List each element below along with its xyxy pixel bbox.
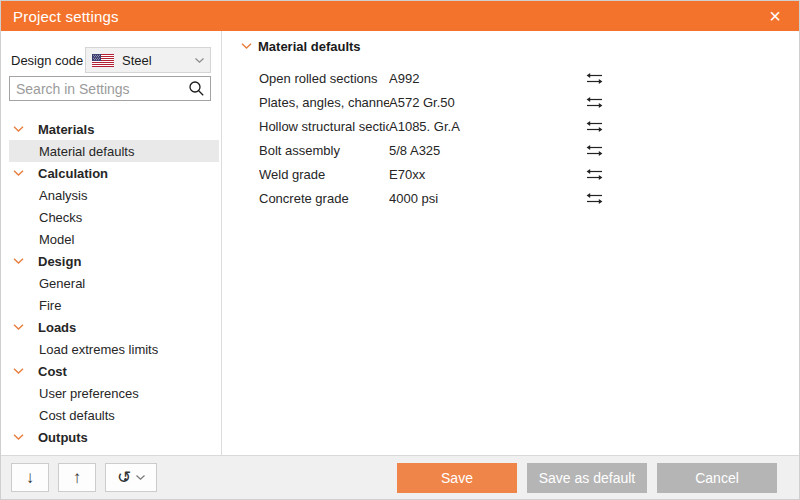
settings-tree: Materials Material defaults Calculation … <box>1 118 221 448</box>
property-row-weld-grade: Weld grade E70xx <box>222 162 799 186</box>
reset-icon: ↺ <box>117 469 131 486</box>
design-code-dropdown[interactable]: Steel <box>85 47 211 73</box>
chevron-down-icon <box>13 324 24 330</box>
footer: ↓ ↑ ↺ Save Save as default Cancel <box>1 455 799 499</box>
swap-icon[interactable] <box>586 71 604 85</box>
save-button[interactable]: Save <box>397 463 517 493</box>
chevron-down-icon <box>13 170 24 176</box>
move-up-button[interactable]: ↑ <box>58 463 96 492</box>
move-down-button[interactable]: ↓ <box>11 463 49 492</box>
property-value[interactable]: A1085. Gr.A <box>389 119 586 134</box>
property-value[interactable]: A992 <box>389 71 586 86</box>
us-flag-icon <box>92 54 114 67</box>
up-arrow-icon: ↑ <box>73 468 82 488</box>
sidebar-group-outputs[interactable]: Outputs <box>9 426 219 448</box>
property-row-concrete-grade: Concrete grade 4000 psi <box>222 186 799 210</box>
property-value[interactable]: E70xx <box>389 167 586 182</box>
chevron-down-icon <box>13 434 24 440</box>
property-row-hollow-structural-sections: Hollow structural sections A1085. Gr.A <box>222 114 799 138</box>
sidebar-item-checks[interactable]: Checks <box>9 206 219 228</box>
cancel-button[interactable]: Cancel <box>657 463 777 493</box>
search-icon <box>188 80 205 97</box>
property-row-bolt-assembly: Bolt assembly 5/8 A325 <box>222 138 799 162</box>
action-buttons: Save Save as default Cancel <box>397 463 777 493</box>
chevron-down-icon <box>13 368 24 374</box>
sidebar: Design code <box>1 31 222 455</box>
sidebar-item-user-preferences[interactable]: User preferences <box>9 382 219 404</box>
dialog-body: Design code <box>1 31 799 455</box>
section-header-material-defaults[interactable]: Material defaults <box>222 35 799 57</box>
chevron-down-icon <box>13 258 24 264</box>
main-panel: Material defaults Open rolled sections A… <box>222 31 799 455</box>
titlebar: Project settings × <box>1 1 799 31</box>
reset-defaults-button[interactable]: ↺ <box>105 463 157 492</box>
swap-icon[interactable] <box>586 191 604 205</box>
down-arrow-icon: ↓ <box>26 468 35 488</box>
property-value[interactable]: 5/8 A325 <box>389 143 586 158</box>
close-icon[interactable]: × <box>763 6 787 26</box>
sidebar-item-load-extremes-limits[interactable]: Load extremes limits <box>9 338 219 360</box>
sidebar-item-material-defaults[interactable]: Material defaults <box>9 140 219 162</box>
sidebar-item-cost-defaults[interactable]: Cost defaults <box>9 404 219 426</box>
swap-icon[interactable] <box>586 167 604 181</box>
search-input[interactable] <box>9 76 211 101</box>
sidebar-item-model[interactable]: Model <box>9 228 219 250</box>
save-as-default-button[interactable]: Save as default <box>527 463 647 493</box>
sidebar-item-general[interactable]: General <box>9 272 219 294</box>
swap-icon[interactable] <box>586 119 604 133</box>
sidebar-group-loads[interactable]: Loads <box>9 316 219 338</box>
chevron-down-icon <box>136 475 145 480</box>
chevron-down-icon <box>241 43 252 49</box>
chevron-down-icon <box>195 58 204 63</box>
swap-icon[interactable] <box>586 143 604 157</box>
property-value[interactable]: A572 Gr.50 <box>389 95 586 110</box>
sidebar-group-cost[interactable]: Cost <box>9 360 219 382</box>
property-row-open-rolled-sections: Open rolled sections A992 <box>222 66 799 90</box>
design-code-label: Design code <box>11 53 83 68</box>
sidebar-group-calculation[interactable]: Calculation <box>9 162 219 184</box>
design-code-value: Steel <box>122 53 152 68</box>
chevron-down-icon <box>13 126 24 132</box>
search-box <box>9 76 211 101</box>
sidebar-group-design[interactable]: Design <box>9 250 219 272</box>
property-value[interactable]: 4000 psi <box>389 191 586 206</box>
section-title: Material defaults <box>258 39 361 54</box>
swap-icon[interactable] <box>586 95 604 109</box>
window-title: Project settings <box>13 8 119 25</box>
sidebar-item-fire[interactable]: Fire <box>9 294 219 316</box>
project-settings-dialog: Project settings × Design code <box>0 0 800 500</box>
sidebar-item-analysis[interactable]: Analysis <box>9 184 219 206</box>
property-row-plates-angles-channels: Plates, angles, channels A572 Gr.50 <box>222 90 799 114</box>
sidebar-group-materials[interactable]: Materials <box>9 118 219 140</box>
design-code-row: Design code <box>1 47 221 73</box>
